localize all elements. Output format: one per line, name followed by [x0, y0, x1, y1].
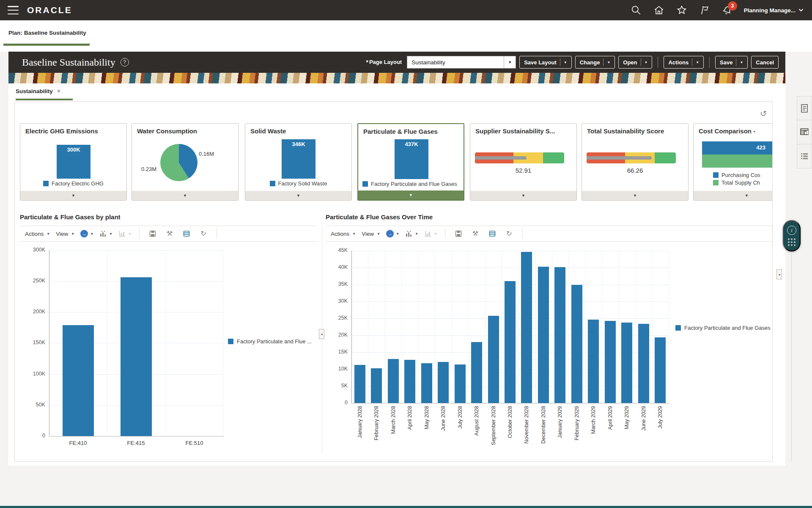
tab-plan-baseline-sustainability[interactable]: Plan: Baseline Sustainability	[8, 30, 86, 36]
legend-item: Factory Solid Waste	[270, 180, 327, 187]
gridline	[107, 250, 107, 436]
infotile-expand-button[interactable]: ▼	[470, 191, 576, 200]
document-view-icon[interactable]	[797, 96, 812, 120]
bar[interactable]	[354, 365, 365, 403]
notifications-bell-icon[interactable]: 3	[721, 4, 734, 17]
refresh-button[interactable]: ↻	[198, 228, 209, 239]
pie-slice-label: 0.23M	[141, 166, 156, 172]
x-category-label: January 2029	[556, 406, 564, 438]
infotile-cost-comparison[interactable]: Cost Comparison - 423Purchasing CosTotal…	[693, 123, 773, 201]
user-menu[interactable]: Planning Manage...	[744, 7, 804, 14]
help-icon[interactable]: ?	[121, 58, 129, 66]
button-separator	[658, 57, 658, 68]
caret-down-icon: ▼	[183, 194, 187, 198]
expand-right-panel-icon[interactable]: ◂	[776, 269, 782, 279]
export-button[interactable]	[147, 228, 158, 239]
tile-value: 437K	[395, 141, 428, 147]
bar[interactable]	[421, 363, 432, 403]
view-menu[interactable]: View▼	[362, 231, 380, 237]
bar[interactable]	[505, 281, 516, 403]
infotile-expand-button[interactable]: ▼	[20, 191, 126, 200]
infotile-expand-button[interactable]: ▼	[132, 191, 238, 200]
bar[interactable]	[63, 325, 94, 436]
tab-sustainability[interactable]: Sustainability ×	[16, 88, 60, 94]
select-dropdown-icon[interactable]: ▼	[504, 56, 516, 68]
infotile-supplier-sustainability-s[interactable]: Supplier Sustainability S...52.91▼	[470, 123, 577, 201]
bar[interactable]	[605, 321, 616, 403]
bar[interactable]	[455, 364, 466, 403]
export-button[interactable]	[453, 228, 464, 239]
mini-bar-chart: 346K	[282, 139, 315, 179]
save-button[interactable]: Save▼	[715, 56, 748, 69]
gridline	[418, 251, 419, 403]
table-view-button[interactable]	[487, 228, 498, 239]
infotile-particulate-flue-gases[interactable]: Particulate & Flue Gases437KFactory Part…	[357, 123, 464, 201]
infotile-solid-waste[interactable]: Solid Waste346KFactory Solid Waste▼	[245, 123, 352, 201]
chart-format-button[interactable]: ▼	[99, 230, 112, 237]
bar[interactable]	[521, 252, 532, 403]
hamburger-menu-icon[interactable]	[8, 6, 19, 14]
actions-menu[interactable]: Actions▼	[25, 231, 50, 237]
page-layout-select[interactable]: Sustainability ▼	[407, 56, 516, 69]
change-button[interactable]: Change▼	[575, 56, 615, 69]
legend-swatch	[362, 181, 368, 187]
infotile-water-consumption[interactable]: Water Consumption0.16M0.23M▼	[132, 123, 239, 201]
tools-button[interactable]: ⚒	[470, 228, 481, 239]
refresh-icon[interactable]: ↺	[758, 108, 769, 119]
infotile-title: Water Consumption	[137, 127, 236, 135]
right-rail	[797, 96, 812, 168]
table-view-button[interactable]	[181, 228, 192, 239]
bar[interactable]	[655, 337, 666, 403]
bar[interactable]	[538, 267, 549, 403]
home-icon[interactable]	[653, 4, 665, 17]
bar[interactable]	[471, 342, 482, 403]
infotile-expand-button[interactable]: ▼	[694, 191, 773, 200]
refresh-icon: ↻	[200, 230, 206, 237]
bar[interactable]	[388, 359, 399, 403]
infotile-expand-button[interactable]: ▼	[358, 190, 464, 200]
pivot-button-disabled[interactable]: ▼	[118, 230, 132, 237]
bar[interactable]	[121, 277, 152, 436]
bar[interactable]	[438, 362, 449, 403]
x-category-label: February 2029	[573, 406, 581, 440]
view-menu[interactable]: View▼	[56, 231, 74, 237]
save-layout-button[interactable]: Save Layout▼	[519, 56, 572, 69]
infotile-total-sustainability-score[interactable]: Total Sustainability Score66.26▼	[582, 123, 689, 201]
bar[interactable]	[638, 324, 649, 403]
bar[interactable]	[621, 323, 632, 403]
bar[interactable]	[404, 360, 415, 403]
favorites-star-icon[interactable]	[675, 4, 688, 17]
refresh-button[interactable]: ↻	[504, 228, 515, 239]
drill-icon: →	[80, 230, 88, 237]
x-category-label: April 2028	[406, 406, 414, 430]
bar[interactable]	[488, 316, 499, 403]
bar[interactable]	[371, 368, 382, 403]
search-icon[interactable]	[630, 4, 642, 17]
actions-button[interactable]: Actions▼	[664, 56, 704, 69]
drill-button[interactable]: →▼	[386, 230, 399, 237]
tile-legend: Factory Solid Waste	[245, 180, 351, 187]
bar[interactable]	[588, 320, 599, 403]
user-menu-label: Planning Manage...	[744, 7, 796, 14]
header-controls: *Page Layout Sustainability ▼ Save Layou…	[366, 56, 779, 69]
infotile-electric-ghg-emissions[interactable]: Electric GHG Emissions300KFactory Electr…	[20, 123, 127, 201]
flag-icon[interactable]	[698, 4, 711, 17]
legend-swatch	[713, 172, 719, 178]
infotile-expand-button[interactable]: ▼	[245, 191, 351, 200]
tools-button[interactable]: ⚒	[164, 228, 175, 239]
infotile-expand-button[interactable]: ▼	[582, 191, 688, 200]
dashboard-view-icon[interactable]	[797, 120, 812, 144]
cancel-button[interactable]: Cancel	[751, 56, 779, 69]
drill-button[interactable]: →▼	[80, 230, 93, 237]
bar[interactable]	[554, 267, 565, 403]
tools-icon: ⚒	[472, 230, 478, 237]
info-widget[interactable]: i	[783, 220, 801, 251]
pivot-button-disabled[interactable]: ▼	[424, 230, 437, 237]
y-tick-label: 40K	[335, 264, 348, 270]
bar[interactable]	[571, 285, 582, 403]
actions-menu[interactable]: Actions▼	[331, 231, 356, 237]
close-icon[interactable]: ×	[57, 88, 60, 94]
list-view-icon[interactable]	[797, 144, 812, 168]
open-button[interactable]: Open▼	[618, 56, 652, 69]
chart-format-button[interactable]: ▼	[405, 230, 418, 237]
